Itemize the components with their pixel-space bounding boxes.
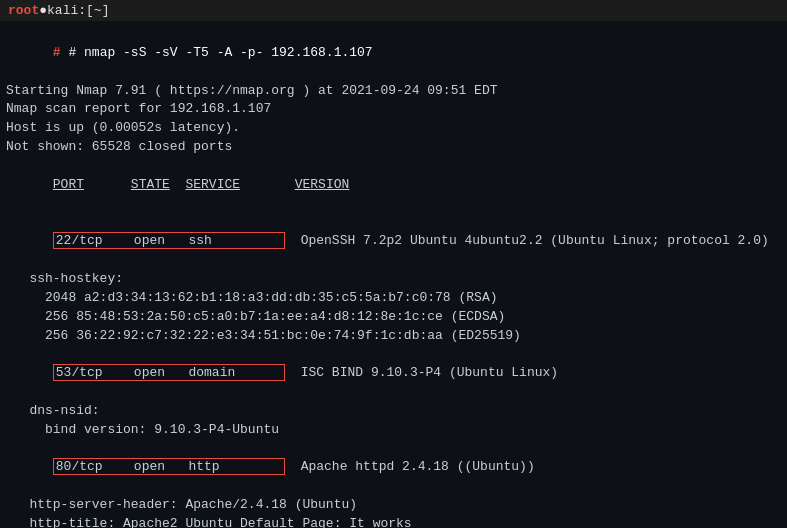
port-header: PORT STATE SERVICE VERSION xyxy=(6,157,781,214)
output-line-2: Nmap scan report for 192.168.1.107 xyxy=(6,100,781,119)
title-prompt: root xyxy=(8,3,39,18)
port-80-box: 80/tcp open http xyxy=(53,458,285,475)
port-53-version: ISC BIND 9.10.3-P4 (Ubuntu Linux) xyxy=(285,365,558,380)
ssh-key-rsa: 2048 a2:d3:34:13:62:b1:18:a3:dd:db:35:c5… xyxy=(6,289,781,308)
terminal-window: root●kali:[~] # # nmap -sS -sV -T5 -A -p… xyxy=(0,0,787,528)
prompt-hash: # xyxy=(53,45,69,60)
dns-nsid-label: dns-nsid: xyxy=(6,402,781,421)
output-line-4: Not shown: 65528 closed ports xyxy=(6,138,781,157)
terminal-content: # # nmap -sS -sV -T5 -A -p- 192.168.1.10… xyxy=(0,21,787,528)
bind-version: bind version: 9.10.3-P4-Ubuntu xyxy=(6,421,781,440)
ssh-key-ed25519: 256 36:22:92:c7:32:22:e3:34:51:bc:0e:74:… xyxy=(6,327,781,346)
title-separator: ● xyxy=(39,3,47,18)
ssh-key-ecdsa: 256 85:48:53:2a:50:c5:a0:b7:1a:ee:a4:d8:… xyxy=(6,308,781,327)
port-53-line: 53/tcp open domain ISC BIND 9.10.3-P4 (U… xyxy=(6,345,781,402)
state-col: STATE xyxy=(131,177,170,192)
nmap-command: # nmap -sS -sV -T5 -A -p- 192.168.1.107 xyxy=(68,45,372,60)
port-22-line: 22/tcp open ssh OpenSSH 7.2p2 Ubuntu 4ub… xyxy=(6,213,781,270)
port-col: PORT xyxy=(53,177,84,192)
port-22-version: OpenSSH 7.2p2 Ubuntu 4ubuntu2.2 (Ubuntu … xyxy=(285,233,769,248)
ssh-hostkey-label: ssh-hostkey: xyxy=(6,270,781,289)
output-line-1: Starting Nmap 7.91 ( https://nmap.org ) … xyxy=(6,82,781,101)
port-80-version: Apache httpd 2.4.18 ((Ubuntu)) xyxy=(285,459,535,474)
title-host: kali xyxy=(47,3,78,18)
port-53-box: 53/tcp open domain xyxy=(53,364,285,381)
title-bar: root●kali:[~] xyxy=(0,0,787,21)
title-path: :[~] xyxy=(78,3,109,18)
version-col: VERSION xyxy=(295,177,350,192)
command-line: # # nmap -sS -sV -T5 -A -p- 192.168.1.10… xyxy=(6,25,781,82)
port-80-line: 80/tcp open http Apache httpd 2.4.18 ((U… xyxy=(6,440,781,497)
http-title: http-title: Apache2 Ubuntu Default Page:… xyxy=(6,515,781,528)
port-22-box: 22/tcp open ssh xyxy=(53,232,285,249)
service-col: SERVICE xyxy=(185,177,240,192)
output-line-3: Host is up (0.00052s latency). xyxy=(6,119,781,138)
http-server-header: http-server-header: Apache/2.4.18 (Ubunt… xyxy=(6,496,781,515)
